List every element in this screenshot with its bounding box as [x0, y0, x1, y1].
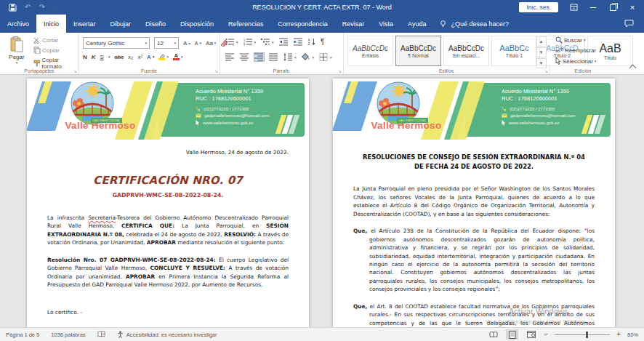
tab-diseno[interactable]: Diseño	[138, 15, 173, 33]
redo-icon[interactable]: ↷	[39, 4, 44, 11]
zoom-slider[interactable]	[555, 334, 610, 335]
highlight-color-button[interactable]: ▾	[158, 54, 169, 60]
sort-button[interactable]: AZ	[308, 39, 315, 46]
superscript-button[interactable]: x²	[137, 54, 142, 60]
tell-me-box[interactable]: ¿Qué desea hacer?	[433, 15, 515, 33]
ribbon-display-options-icon[interactable]	[569, 3, 578, 12]
find-button[interactable]: Buscar ▾	[555, 36, 596, 44]
comments-icon[interactable]	[624, 15, 634, 33]
letterhead: Acuerdo Ministerial N° 1359 RUC : 176812…	[337, 81, 611, 143]
bold-button[interactable]: N	[83, 54, 87, 60]
numbering-button[interactable]: 123▾	[243, 38, 257, 46]
close-button[interactable]: ×	[628, 3, 637, 12]
styles-dialog-launcher-icon[interactable]: ↘	[544, 68, 548, 73]
underline-button[interactable]: S	[100, 54, 104, 60]
multilevel-list-icon	[261, 38, 270, 46]
clipboard-dialog-launcher-icon[interactable]: ↘	[73, 68, 77, 73]
collapse-ribbon-icon[interactable]	[629, 65, 637, 72]
accessibility-status[interactable]: Accesibilidad: es necesario investigar	[117, 331, 217, 338]
document-page-1[interactable]: Acuerdo Ministerial N° 1359 RUC : 176812…	[27, 79, 309, 328]
line-spacing-button[interactable]: ▾	[283, 53, 297, 61]
zoom-in-button[interactable]: +	[616, 331, 621, 338]
grow-font-button[interactable]: A▴	[183, 40, 190, 47]
page2-body[interactable]: RESOLUCIONES DE CONSEJO DE SESIÓN EXTRAO…	[333, 153, 615, 328]
styles-scroll-up-icon[interactable]: ▲	[536, 36, 547, 47]
tab-archivo[interactable]: Archivo	[0, 15, 36, 33]
styles-more-icon[interactable]: ▼	[536, 58, 547, 68]
replace-button[interactable]: ab Reemplazar	[555, 47, 596, 54]
undo-icon[interactable]: ↶	[25, 4, 31, 11]
tab-vista[interactable]: Vista	[371, 15, 401, 33]
font-color-button[interactable]: A ▾	[173, 53, 183, 60]
align-center-button[interactable]	[240, 53, 249, 61]
cut-button[interactable]: Cortar	[33, 37, 79, 44]
text-effects-button[interactable]: A▾	[147, 54, 154, 60]
group-font: Century Gothic ▾ 12 ▾ A▴ A▾ Aa▾ N K S ▾ …	[79, 33, 220, 74]
style-enfasis[interactable]: AaBbCcDc Énfasis	[347, 36, 393, 66]
borders-button[interactable]: ▾	[319, 53, 332, 61]
shading-button[interactable]: ▾	[302, 53, 315, 61]
page-indicator[interactable]: Página 1 de 5	[6, 332, 39, 338]
bullets-button[interactable]: ▾	[225, 38, 238, 46]
decrease-indent-button[interactable]	[279, 38, 289, 46]
save-icon[interactable]	[9, 4, 17, 12]
tab-dibujar[interactable]: Dibujar	[103, 15, 139, 33]
accessibility-icon	[117, 331, 124, 338]
customize-qat-icon[interactable]: ▾	[53, 5, 55, 9]
change-case-dropdown-icon: ▾	[214, 41, 217, 45]
style-titulo-1[interactable]: AaBbCc Título 1	[491, 36, 537, 66]
restore-button[interactable]	[608, 3, 617, 12]
page1-body[interactable]: Valle Hermoso, 24 de agosto de 2022. CER…	[27, 148, 309, 316]
read-mode-button[interactable]	[487, 329, 499, 340]
select-button[interactable]: Seleccionar ▾	[555, 57, 596, 65]
paste-dropdown-icon[interactable]: ▾	[16, 60, 18, 65]
subscript-button[interactable]: x₂	[128, 54, 133, 60]
zoom-slider-thumb[interactable]	[586, 332, 588, 338]
align-right-button[interactable]	[254, 53, 264, 61]
align-left-button[interactable]	[225, 53, 235, 61]
tab-correspondencia[interactable]: Correspondencia	[270, 15, 335, 33]
font-name-select[interactable]: Century Gothic ▾	[83, 37, 150, 49]
justify-button[interactable]	[269, 53, 278, 61]
styles-scroll-down-icon[interactable]: ▼	[536, 47, 547, 57]
minimize-button[interactable]	[589, 3, 597, 12]
acuerdo-line: Acuerdo Ministerial N° 1359	[196, 88, 269, 95]
copy-button[interactable]: Copiar	[33, 47, 79, 54]
change-case-button[interactable]: Aa▾	[206, 40, 216, 47]
print-layout-button[interactable]	[506, 329, 518, 340]
document-canvas[interactable]: Acuerdo Ministerial N° 1359 RUC : 176812…	[0, 74, 644, 328]
tab-inicio[interactable]: Inicio	[36, 15, 66, 33]
zoom-level[interactable]: 80%	[627, 332, 638, 338]
tab-ayuda[interactable]: Ayuda	[401, 15, 433, 33]
proofing-status[interactable]	[97, 331, 105, 338]
styles-gallery-scroll: ▲ ▼ ▼	[536, 36, 547, 68]
font-size-select[interactable]: 12 ▾	[154, 37, 179, 49]
certification-code: GADPRVH-WMC-SE-08-2022-08-24.	[47, 191, 289, 200]
tab-revisar[interactable]: Revisar	[335, 15, 372, 33]
web-layout-button[interactable]	[525, 329, 537, 340]
style-sin-espaciado[interactable]: AaBbCcDc Sin espaci...	[443, 36, 489, 66]
style-normal[interactable]: AaBbCcDc ¶ Normal	[395, 36, 441, 66]
shrink-font-button[interactable]: A▾	[195, 41, 201, 46]
document-page-2[interactable]: Acuerdo Ministerial N° 1359 RUC : 176812…	[333, 79, 615, 328]
status-bar: Página 1 de 5 1036 palabras Accesibilida…	[0, 327, 644, 341]
paste-button[interactable]: Pegar ▾	[4, 36, 29, 68]
certification-title: CERTIFICACIÓN NRO. 07	[47, 172, 289, 189]
tab-insertar[interactable]: Insertar	[66, 15, 103, 33]
tab-referencias[interactable]: Referencias	[221, 15, 270, 33]
strikethrough-button[interactable]: abc	[114, 54, 124, 60]
font-dialog-launcher-icon[interactable]: ↘	[214, 68, 218, 73]
paragraph-dialog-launcher-icon[interactable]: ↘	[338, 68, 342, 73]
increase-indent-button[interactable]	[294, 38, 303, 46]
show-marks-button[interactable]: ¶	[321, 38, 324, 46]
italic-button[interactable]: K	[92, 54, 96, 60]
clipboard-icon	[9, 36, 24, 54]
word-count[interactable]: 1036 palabras	[51, 332, 86, 338]
sign-in-button[interactable]: Inic. ses.	[519, 2, 558, 12]
superscript-label: x²	[137, 54, 142, 60]
ruc-line: RUC : 1768120600001	[196, 95, 269, 102]
multilevel-list-button[interactable]: ▾	[261, 38, 274, 46]
tab-disposicion[interactable]: Disposición	[173, 15, 221, 33]
zoom-out-button[interactable]: −	[544, 331, 548, 338]
underline-dropdown-icon[interactable]: ▾	[108, 55, 110, 59]
